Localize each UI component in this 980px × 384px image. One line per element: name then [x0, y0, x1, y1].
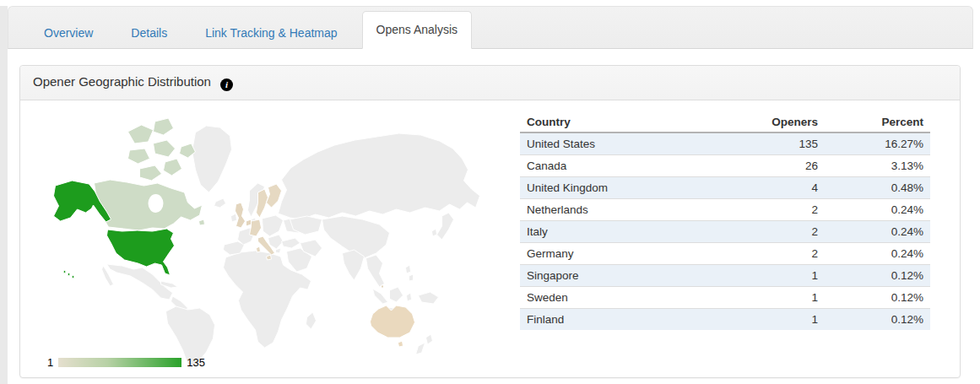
country-canada-island-5[interactable]	[140, 165, 162, 181]
legend-gradient	[58, 358, 181, 367]
hudson-bay-water	[149, 194, 164, 213]
country-philippines-1[interactable]	[406, 265, 411, 273]
country-india[interactable]	[343, 250, 365, 280]
tab-content: Opener Geographic Distribution i	[8, 49, 980, 378]
country-sweden[interactable]	[257, 189, 268, 218]
panel-body: 1 135 Country Openers Percent	[20, 100, 960, 377]
table-row[interactable]: Sweden10.12%	[520, 287, 930, 309]
table-row[interactable]: Netherlands20.24%	[520, 199, 930, 221]
cell-percent: 3.13%	[825, 155, 930, 177]
country-east-europe[interactable]	[263, 215, 284, 236]
tab-opens-analysis[interactable]: Opens Analysis	[362, 11, 473, 49]
country-canada[interactable]	[95, 180, 203, 230]
cell-country: Netherlands	[520, 199, 698, 221]
country-united-states-hawaii-1[interactable]	[63, 271, 66, 273]
tab-overview[interactable]: Overview	[30, 17, 106, 49]
country-sumatra[interactable]	[373, 289, 388, 304]
country-philippines-2[interactable]	[409, 274, 414, 281]
country-netherlands[interactable]	[246, 219, 252, 226]
country-greenland[interactable]	[192, 126, 232, 192]
cell-country: United States	[520, 133, 698, 155]
country-canada-island-6[interactable]	[164, 159, 182, 176]
legend-min-label: 1	[47, 356, 53, 369]
table-header-row: Country Openers Percent	[520, 112, 930, 133]
cell-percent: 0.48%	[825, 177, 930, 199]
table-row[interactable]: Germany20.24%	[520, 243, 930, 265]
country-canada-newfoundland[interactable]	[199, 219, 205, 225]
country-united-kingdom[interactable]	[236, 203, 246, 228]
cell-country: Germany	[520, 243, 698, 265]
country-australia[interactable]	[371, 306, 415, 338]
cell-country: Singapore	[520, 265, 698, 287]
map-legend: 1 135	[47, 356, 205, 369]
country-canada-island-2[interactable]	[154, 118, 174, 135]
cell-openers: 1	[698, 287, 825, 309]
world-map-svg	[29, 109, 498, 372]
cell-percent: 0.12%	[825, 265, 930, 287]
country-table: Country Openers Percent United States135…	[520, 112, 930, 330]
cell-percent: 16.27%	[825, 133, 930, 155]
country-turkey[interactable]	[282, 238, 300, 248]
country-italy-sardinia[interactable]	[257, 246, 261, 252]
country-japan[interactable]	[437, 213, 454, 240]
cell-country: Italy	[520, 221, 698, 243]
country-singapore[interactable]	[382, 285, 384, 288]
cell-openers: 2	[698, 243, 825, 265]
country-iceland[interactable]	[214, 198, 226, 208]
country-finland[interactable]	[267, 184, 282, 208]
country-russia[interactable]	[279, 133, 480, 219]
cell-percent: 0.12%	[825, 309, 930, 331]
cell-country: Canada	[520, 155, 698, 177]
country-canada-island-1[interactable]	[128, 125, 154, 143]
country-germany[interactable]	[250, 219, 262, 236]
cell-percent: 0.24%	[825, 199, 930, 221]
cell-openers: 2	[698, 199, 825, 221]
cell-percent: 0.24%	[825, 243, 930, 265]
tab-bar: Overview Details Link Tracking & Heatmap…	[8, 6, 973, 49]
country-united-states-hawaii-2[interactable]	[68, 273, 70, 276]
tab-details[interactable]: Details	[117, 17, 181, 49]
world-map: 1 135	[29, 109, 498, 372]
cell-country: Finland	[520, 309, 698, 331]
column-header-openers: Openers	[698, 112, 825, 133]
country-australia-tasmania[interactable]	[398, 341, 403, 347]
table-row[interactable]: United States13516.27%	[520, 133, 930, 155]
country-se-asia[interactable]	[366, 255, 385, 287]
country-ireland[interactable]	[231, 214, 237, 222]
cell-percent: 0.12%	[825, 287, 930, 309]
table-row[interactable]: Finland10.12%	[520, 309, 930, 331]
cell-openers: 26	[698, 155, 825, 177]
cell-openers: 2	[698, 221, 825, 243]
cell-openers: 1	[698, 265, 825, 287]
table-row[interactable]: Italy20.24%	[520, 221, 930, 243]
country-canada-island-4[interactable]	[154, 140, 176, 157]
table-row[interactable]: Canada263.13%	[520, 155, 930, 177]
cell-percent: 0.24%	[825, 221, 930, 243]
info-icon[interactable]: i	[220, 78, 233, 91]
country-united-states-hawaii-3[interactable]	[72, 276, 74, 279]
column-header-country: Country	[520, 112, 698, 133]
country-new-zealand-south[interactable]	[416, 343, 425, 354]
tab-link-tracking-heatmap[interactable]: Link Tracking & Heatmap	[192, 17, 350, 49]
page-background-strip	[0, 6, 8, 384]
panel-title: Opener Geographic Distribution	[33, 74, 211, 89]
cell-country: United Kingdom	[520, 177, 698, 199]
cell-country: Sweden	[520, 287, 698, 309]
country-new-guinea[interactable]	[419, 292, 439, 304]
cell-openers: 135	[698, 133, 825, 155]
main-container: Overview Details Link Tracking & Heatmap…	[8, 6, 980, 378]
country-table-wrap: Country Openers Percent United States135…	[520, 112, 930, 372]
country-madagascar[interactable]	[306, 312, 317, 329]
cell-openers: 4	[698, 177, 825, 199]
opener-geo-panel: Opener Geographic Distribution i	[19, 65, 961, 378]
country-canada-island-3[interactable]	[128, 149, 150, 164]
country-borneo[interactable]	[390, 287, 403, 302]
cell-openers: 1	[698, 309, 825, 331]
table-body: United States13516.27%Canada263.13%Unite…	[520, 133, 930, 330]
table-row[interactable]: Singapore10.12%	[520, 265, 930, 287]
country-korea[interactable]	[432, 229, 437, 236]
column-header-percent: Percent	[825, 112, 930, 133]
country-new-zealand-north[interactable]	[426, 334, 433, 344]
table-row[interactable]: United Kingdom40.48%	[520, 177, 930, 199]
country-sulawesi[interactable]	[407, 293, 412, 301]
